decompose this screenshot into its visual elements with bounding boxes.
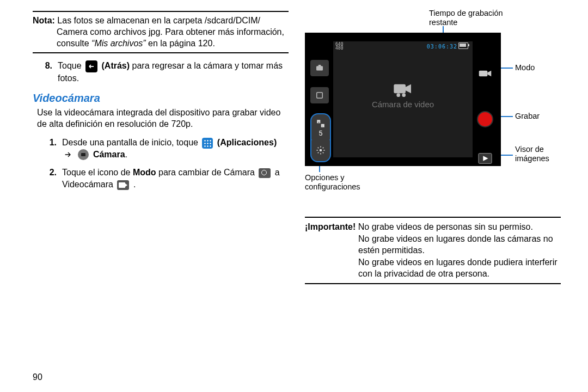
mode-toggle-button[interactable] bbox=[477, 65, 493, 82]
note-text-1: Las fotos se almacenan en la carpeta /sd… bbox=[55, 16, 260, 25]
svg-rect-11 bbox=[479, 71, 488, 76]
step-number: 8. bbox=[33, 60, 58, 84]
s2-text-c: a bbox=[275, 168, 280, 177]
callout-grabar-label: Grabar bbox=[515, 112, 540, 121]
svg-point-1 bbox=[396, 94, 400, 97]
camera-figure: Tiempo de grabación restante Modo Grabar… bbox=[305, 11, 561, 185]
page-number: 90 bbox=[33, 372, 42, 382]
step-2: 2. Toque el icono de Modo para cambiar d… bbox=[37, 167, 289, 190]
section-intro: Use la videocámara integrada del disposi… bbox=[37, 107, 289, 130]
important-line3: No grabe videos en lugares donde pudiera… bbox=[305, 256, 561, 280]
svg-text:-: - bbox=[322, 124, 323, 127]
step8-text-a: Toque bbox=[58, 61, 84, 70]
step-number: 1. bbox=[37, 137, 62, 161]
step-1: 1. Desde una pantalla de inicio, toque (… bbox=[37, 137, 289, 161]
resolution-badge: 640 480 bbox=[335, 42, 343, 50]
record-button[interactable] bbox=[477, 111, 493, 127]
callout-options-label: Opciones y configuraciones bbox=[305, 173, 381, 191]
important-line2: No grabe videos en lugares donde las cám… bbox=[305, 233, 561, 256]
s2-text-e: . bbox=[133, 180, 136, 189]
note-label: Nota: bbox=[33, 16, 55, 25]
switch-camera-button[interactable] bbox=[310, 60, 329, 76]
divider bbox=[33, 11, 289, 12]
note-italic: “Mis archivos” bbox=[91, 39, 146, 48]
res-line2: 480 bbox=[335, 46, 343, 50]
exposure-value: 5 bbox=[319, 130, 323, 137]
arrow-right-icon bbox=[64, 150, 72, 159]
svg-point-10 bbox=[320, 149, 322, 152]
callout-time-label: Tiempo de grabación restante bbox=[429, 9, 511, 27]
callout-visor-label: Visor de imágenes bbox=[515, 145, 553, 163]
recording-time-remaining: 03:06:32 bbox=[427, 44, 457, 50]
apps-icon bbox=[202, 138, 213, 149]
svg-rect-5 bbox=[317, 93, 323, 99]
camcorder-center-icon bbox=[392, 81, 414, 99]
back-icon bbox=[85, 60, 97, 72]
s1-text-a: Desde una pantalla de inicio, toque bbox=[62, 138, 200, 147]
svg-rect-0 bbox=[394, 84, 406, 94]
viewfinder-caption: Cámara de video bbox=[333, 100, 473, 109]
section-title: Videocámara bbox=[33, 92, 289, 105]
step8-text-d: fotos. bbox=[58, 74, 79, 83]
note-text-3: en la página 120. bbox=[146, 39, 215, 48]
callout-modo-label: Modo bbox=[515, 63, 535, 72]
image-viewer-button[interactable] bbox=[477, 150, 493, 167]
divider bbox=[33, 52, 289, 53]
s2-text-b: para cambiar de Cámara bbox=[156, 168, 258, 177]
step-number: 2. bbox=[37, 167, 62, 190]
step8-back-bold: (Atrás) bbox=[102, 61, 130, 70]
svg-point-2 bbox=[402, 94, 406, 97]
settings-button[interactable] bbox=[310, 139, 331, 162]
divider bbox=[305, 217, 561, 218]
step8-text-c: para regresar a la cámara y tomar más bbox=[132, 61, 283, 70]
important-line1: No grabe videos de personas sin su permi… bbox=[356, 222, 533, 231]
camera-mode-icon bbox=[259, 168, 271, 178]
note-block: Nota: Las fotos se almacenan en la carpe… bbox=[33, 15, 289, 49]
s1-camara-bold: Cámara bbox=[93, 150, 125, 159]
svg-rect-3 bbox=[316, 66, 323, 70]
s1-period: . bbox=[125, 150, 127, 159]
battery-icon bbox=[458, 42, 468, 49]
svg-text:+: + bbox=[318, 120, 320, 124]
s1-apps-bold: (Aplicaciones) bbox=[217, 138, 277, 147]
device-screen: Cámara de video 640 480 03:06:32 bbox=[305, 33, 501, 166]
divider bbox=[305, 283, 561, 284]
camera-app-icon bbox=[78, 149, 89, 160]
s2-text-d: Videocámara bbox=[62, 180, 115, 189]
viewfinder: Cámara de video bbox=[333, 41, 473, 157]
camcorder-mode-icon bbox=[117, 180, 129, 190]
record-dot-icon bbox=[477, 111, 493, 127]
s2-text-a: Toque el icono de bbox=[62, 168, 133, 177]
flash-button[interactable] bbox=[310, 87, 329, 103]
important-block: ¡Importante! No grabe videos de personas… bbox=[305, 221, 561, 280]
step-8: 8. Toque (Atrás) para regresar a la cáma… bbox=[33, 60, 289, 84]
important-label: ¡Importante! bbox=[305, 222, 356, 231]
svg-rect-4 bbox=[318, 65, 321, 66]
s2-modo-bold: Modo bbox=[133, 168, 156, 177]
exposure-button[interactable]: +- 5 bbox=[310, 113, 331, 142]
